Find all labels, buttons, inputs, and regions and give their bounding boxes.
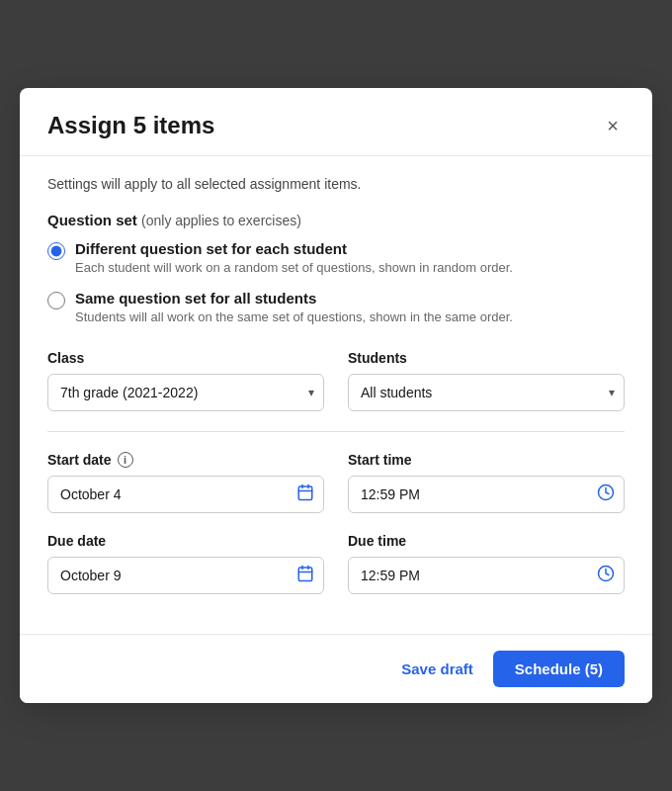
close-button[interactable]: × bbox=[601, 114, 625, 137]
due-time-label: Due time bbox=[348, 533, 625, 549]
question-set-label: Question set (only applies to exercises) bbox=[47, 212, 625, 228]
start-date-label: Start date i bbox=[47, 452, 324, 468]
settings-note: Settings will apply to all selected assi… bbox=[47, 176, 625, 192]
radio-different-label: Different question set for each student bbox=[75, 240, 513, 257]
modal-header: Assign 5 items × bbox=[20, 88, 652, 156]
save-draft-button[interactable]: Save draft bbox=[397, 653, 477, 685]
radio-same-desc: Students will all work on the same set o… bbox=[75, 308, 513, 326]
question-set-sublabel: (only applies to exercises) bbox=[141, 213, 301, 228]
students-field-group: Students All students ▾ bbox=[348, 350, 625, 411]
start-time-input-wrapper bbox=[348, 476, 625, 513]
modal-overlay: Assign 5 items × Settings will apply to … bbox=[0, 0, 672, 791]
schedule-button[interactable]: Schedule (5) bbox=[493, 651, 625, 687]
question-set-radio-group: Different question set for each student … bbox=[47, 240, 625, 325]
due-date-input-wrapper bbox=[47, 557, 324, 594]
start-time-input[interactable] bbox=[348, 476, 625, 513]
radio-same-label: Same question set for all students bbox=[75, 290, 513, 307]
class-students-row: Class 7th grade (2021-2022) ▾ Students A… bbox=[47, 350, 625, 411]
due-date-input[interactable] bbox=[47, 557, 324, 594]
start-time-field-group: Start time bbox=[348, 452, 625, 513]
modal-body: Settings will apply to all selected assi… bbox=[20, 156, 652, 633]
start-date-input[interactable] bbox=[47, 476, 324, 513]
radio-option-same: Same question set for all students Stude… bbox=[47, 290, 625, 326]
students-select-wrapper: All students ▾ bbox=[348, 374, 625, 411]
radio-option-different: Different question set for each student … bbox=[47, 240, 625, 277]
info-icon[interactable]: i bbox=[118, 452, 133, 468]
start-date-field-group: Start date i bbox=[47, 452, 324, 513]
start-date-input-wrapper bbox=[47, 476, 324, 513]
due-row: Due date Due bbox=[47, 533, 625, 594]
students-label: Students bbox=[348, 350, 625, 366]
radio-different-desc: Each student will work on a random set o… bbox=[75, 259, 513, 277]
start-row: Start date i bbox=[47, 452, 625, 513]
radio-different[interactable] bbox=[47, 242, 65, 260]
due-time-input-wrapper bbox=[348, 557, 625, 594]
modal-dialog: Assign 5 items × Settings will apply to … bbox=[20, 88, 652, 702]
radio-same[interactable] bbox=[47, 292, 65, 309]
modal-footer: Save draft Schedule (5) bbox=[20, 634, 652, 703]
students-select[interactable]: All students bbox=[348, 374, 625, 411]
class-select[interactable]: 7th grade (2021-2022) bbox=[47, 374, 324, 411]
start-time-label: Start time bbox=[348, 452, 625, 468]
modal-title: Assign 5 items bbox=[47, 112, 214, 139]
section-divider bbox=[47, 431, 625, 432]
class-field-group: Class 7th grade (2021-2022) ▾ bbox=[47, 350, 324, 411]
class-label: Class bbox=[47, 350, 324, 366]
due-date-field-group: Due date bbox=[47, 533, 324, 594]
class-select-wrapper: 7th grade (2021-2022) ▾ bbox=[47, 374, 324, 411]
due-date-label: Due date bbox=[47, 533, 324, 549]
due-time-field-group: Due time bbox=[348, 533, 625, 594]
due-time-input[interactable] bbox=[348, 557, 625, 594]
